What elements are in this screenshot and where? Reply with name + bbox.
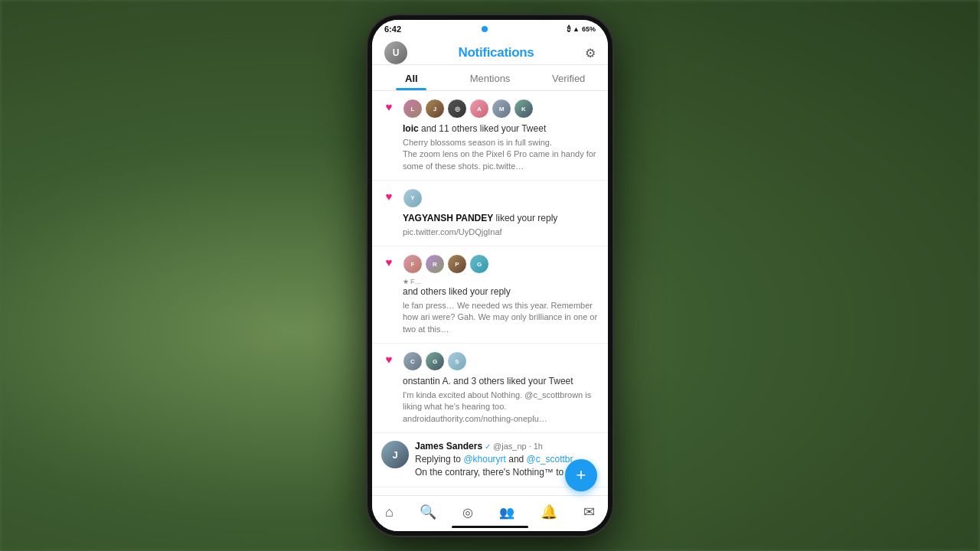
spaces-icon: ◎: [462, 505, 473, 520]
status-dot: [482, 26, 488, 32]
notif-icon-col: ♥: [381, 351, 397, 366]
avatar: P: [447, 254, 467, 274]
tweet-handle: @jas_np: [493, 442, 527, 451]
notif-subtext: Cherry blossoms season is in full swing.…: [403, 137, 599, 172]
avatar-row: L J ◎ A M K: [403, 99, 599, 119]
app-header: U Notifications ⚙: [372, 35, 608, 65]
tab-all[interactable]: All: [372, 65, 451, 90]
compose-icon: +: [577, 465, 586, 485]
heart-icon: ♥: [386, 256, 393, 269]
phone-screen: 6:42 ₿ ▲ 65% U Notifications ⚙ All Menti…: [372, 20, 608, 531]
notif-content: F R P G ★F… and others liked your reply …: [403, 254, 599, 335]
nav-spaces[interactable]: ◎: [456, 504, 479, 521]
notif-content: C G S onstantin A. and 3 others liked yo…: [403, 351, 599, 425]
notif-text: and others liked your reply: [403, 285, 599, 298]
communities-icon: 👥: [499, 505, 514, 520]
user-avatar[interactable]: U: [384, 41, 407, 64]
nav-search[interactable]: 🔍: [413, 502, 443, 522]
mention-1[interactable]: @khouryrt: [463, 454, 506, 465]
notification-item[interactable]: ♥ F R P G ★F… and others liked your repl…: [372, 246, 608, 344]
notification-item[interactable]: ♥ Y YAGYANSH PANDEY liked your reply pic…: [372, 181, 608, 246]
notif-text: onstantin A. and 3 others liked your Twe…: [403, 375, 599, 388]
verified-badge: ★F…: [403, 278, 599, 285]
notif-icon-col: ♥: [381, 254, 397, 269]
avatar: ◎: [447, 99, 467, 119]
notif-icon-col: ♥: [381, 188, 397, 203]
tab-verified[interactable]: Verified: [529, 65, 608, 90]
verified-icon: ✓: [485, 442, 491, 451]
home-icon: ⌂: [385, 504, 394, 520]
phone-frame: 6:42 ₿ ▲ 65% U Notifications ⚙ All Menti…: [368, 15, 612, 536]
avatar-row: Y: [403, 188, 599, 208]
avatar: J: [425, 99, 445, 119]
notif-text: loic and 11 others liked your Tweet: [403, 122, 599, 135]
notification-item[interactable]: ♥ L J ◎ A M K loic and 11 others liked y…: [372, 91, 608, 181]
avatar: Y: [403, 188, 423, 208]
avatar: K: [514, 99, 534, 119]
tweet-avatar: J: [381, 441, 409, 468]
status-icons: ₿ ▲ 65%: [567, 25, 596, 33]
avatar: R: [425, 254, 445, 274]
avatar: G: [469, 254, 489, 274]
avatar: S: [447, 351, 467, 371]
status-time: 6:42: [384, 24, 401, 34]
signal-icon: ▲: [573, 25, 580, 33]
notif-content: Y YAGYANSH PANDEY liked your reply pic.t…: [403, 188, 599, 238]
page-title: Notifications: [458, 45, 534, 60]
tweet-header: James Sanders ✓ @jas_np · 1h: [415, 441, 599, 452]
avatar: M: [492, 99, 511, 119]
messages-icon: ✉: [583, 504, 595, 520]
notif-icon-col: ♥: [381, 99, 397, 113]
heart-icon: ♥: [386, 353, 393, 366]
notif-subtext: le fan press… We needed ws this year. Re…: [403, 300, 599, 335]
avatar: G: [425, 351, 445, 371]
notif-content: L J ◎ A M K loic and 11 others liked you…: [403, 99, 599, 172]
avatar: L: [403, 99, 423, 119]
heart-icon: ♥: [386, 190, 393, 203]
avatar-row: C G S: [403, 351, 599, 371]
notif-subtext: pic.twitter.com/UyDQjgInaf: [403, 227, 599, 238]
bluetooth-icon: ₿: [567, 25, 570, 33]
heart-icon: ♥: [386, 100, 393, 113]
notifications-icon: 🔔: [541, 504, 557, 520]
bottom-navigation: ⌂ 🔍 ◎ 👥 🔔 ✉: [372, 495, 608, 531]
avatar-row: F R P G: [403, 254, 599, 274]
nav-notifications[interactable]: 🔔: [534, 502, 564, 522]
settings-icon[interactable]: ⚙: [585, 46, 596, 60]
compose-button[interactable]: +: [565, 459, 597, 491]
search-icon: 🔍: [420, 504, 436, 520]
avatar: C: [403, 351, 423, 371]
notif-subtext: I'm kinda excited about Nothing. @c_scot…: [403, 390, 599, 425]
notifications-list[interactable]: ♥ L J ◎ A M K loic and 11 others liked y…: [372, 91, 608, 495]
nav-home[interactable]: ⌂: [379, 503, 400, 522]
tweet-time: ·: [529, 442, 531, 451]
notification-item[interactable]: ♥ C G S onstantin A. and 3 others liked …: [372, 344, 608, 433]
status-bar: 6:42 ₿ ▲ 65%: [372, 20, 608, 35]
nav-messages[interactable]: ✉: [577, 502, 601, 522]
tweet-time-value: 1h: [534, 442, 543, 451]
tweet-username: James Sanders: [415, 441, 482, 452]
notif-text: YAGYANSH PANDEY liked your reply: [403, 212, 599, 225]
tab-mentions[interactable]: Mentions: [451, 65, 530, 90]
tabs-bar: All Mentions Verified: [372, 65, 608, 91]
avatar: A: [469, 99, 489, 119]
battery-text: 65%: [582, 25, 596, 33]
home-indicator: [452, 526, 528, 528]
nav-communities[interactable]: 👥: [493, 504, 521, 521]
avatar: F: [403, 254, 423, 274]
